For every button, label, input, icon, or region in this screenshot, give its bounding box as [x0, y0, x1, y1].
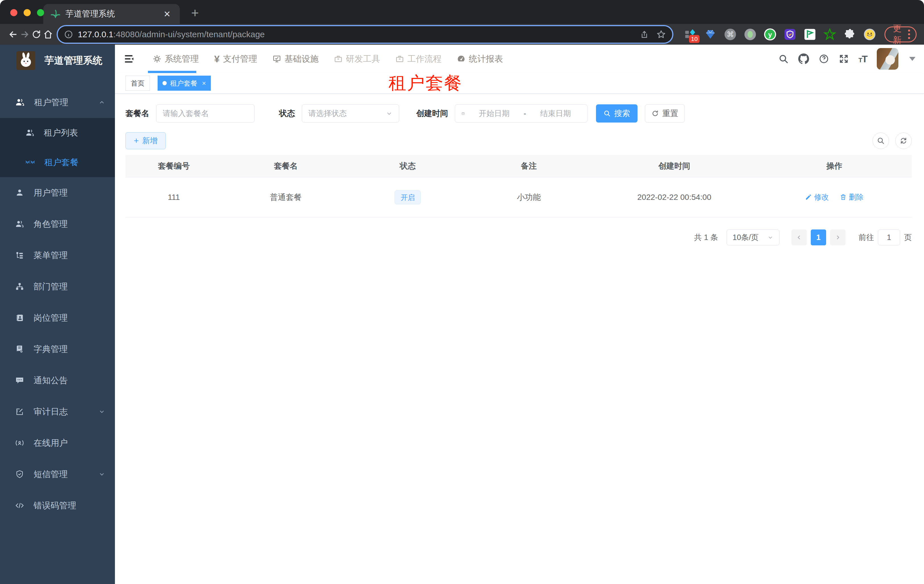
sidebar-item-sms-management[interactable]: 短信管理 — [0, 459, 115, 490]
reset-button[interactable]: 重置 — [645, 104, 685, 123]
tag-close-icon[interactable]: × — [202, 79, 206, 87]
goto-suffix: 页 — [904, 232, 912, 242]
extension-axure-icon[interactable]: 10 — [684, 28, 697, 41]
sidebar-item-dept-management[interactable]: 部门管理 — [0, 271, 115, 302]
cell-package-id: 111 — [125, 178, 222, 217]
minimize-window-button[interactable] — [24, 9, 31, 16]
package-table: 套餐编号 套餐名 状态 备注 创建时间 操作 111 普通套餐 — [125, 155, 912, 217]
top-menu-system[interactable]: 系统管理 — [145, 44, 206, 73]
top-menu-infra[interactable]: 基础设施 — [265, 44, 326, 73]
extension-gray-dot-icon[interactable] — [744, 28, 756, 41]
sidebar-item-tenant-package[interactable]: 租户套餐 — [0, 148, 115, 177]
refresh-icon — [652, 110, 659, 117]
top-menu-workflow[interactable]: 工作流程 — [388, 44, 449, 73]
github-icon[interactable] — [798, 53, 809, 64]
badge-icon — [15, 314, 24, 322]
date-range-picker[interactable]: - — [455, 104, 587, 123]
extension-shield-icon[interactable] — [784, 28, 796, 41]
tab-close-icon[interactable]: ✕ — [162, 9, 172, 19]
col-package-id: 套餐编号 — [125, 155, 222, 178]
extension-gem-icon[interactable] — [704, 28, 717, 41]
window-controls[interactable] — [10, 9, 44, 16]
browser-menu-kebab-icon[interactable] — [908, 30, 910, 39]
start-date-input[interactable] — [469, 109, 520, 118]
page-size-select[interactable]: 10条/页 — [726, 229, 779, 245]
extension-star-icon[interactable] — [823, 28, 836, 41]
forward-icon[interactable] — [19, 26, 31, 42]
fullscreen-icon[interactable] — [839, 54, 849, 64]
extension-flag-icon[interactable] — [804, 28, 816, 41]
browser-update-button[interactable]: 更新 — [884, 26, 917, 42]
delete-link[interactable]: 删除 — [840, 192, 864, 202]
reload-icon[interactable] — [31, 26, 42, 42]
sidebar-item-dict-management[interactable]: 字典管理 — [0, 334, 115, 365]
chevron-down-icon — [767, 234, 774, 240]
sidebar-item-tenant-management[interactable]: 租户管理 — [0, 87, 115, 118]
sidebar-item-post-management[interactable]: 岗位管理 — [0, 302, 115, 334]
toggle-search-button[interactable] — [873, 133, 889, 149]
active-tag-dot — [162, 81, 167, 85]
sidebar-menu: 租户管理 租户列表 租户套餐 — [0, 87, 115, 521]
back-icon[interactable] — [7, 26, 19, 42]
top-menu-dev-tools[interactable]: 研发工具 — [326, 44, 388, 73]
extension-command-icon[interactable]: ⌘ — [724, 28, 736, 41]
goto-page-input[interactable] — [878, 229, 900, 245]
sidebar: 芋道管理系统 租户管理 租户列表 租 — [0, 44, 115, 584]
prev-page-button[interactable] — [792, 229, 807, 245]
font-size-icon[interactable]: TT — [858, 53, 867, 64]
sidebar-item-role-management[interactable]: 角色管理 — [0, 209, 115, 240]
page-number-button[interactable]: 1 — [811, 229, 826, 245]
sidebar-item-audit-log[interactable]: 审计日志 — [0, 396, 115, 427]
share-icon[interactable] — [640, 30, 649, 39]
browser-tab[interactable]: 芋道管理系统 ✕ — [43, 4, 180, 24]
sidebar-item-online-users[interactable]: 在线用户 — [0, 427, 115, 459]
refresh-table-button[interactable] — [895, 133, 912, 149]
toolbox-icon — [396, 54, 404, 63]
extension-y-green-icon[interactable]: y — [764, 28, 776, 41]
search-button[interactable]: 搜索 — [596, 104, 637, 123]
sidebar-logo[interactable]: 芋道管理系统 — [0, 44, 115, 76]
total-count: 共 1 条 — [694, 232, 718, 242]
code-icon — [15, 501, 24, 510]
yen-icon: ¥ — [214, 53, 219, 64]
bookmark-star-icon[interactable] — [656, 30, 666, 39]
search-icon[interactable] — [778, 54, 789, 64]
toolbox-icon — [334, 54, 343, 63]
chevron-right-icon — [834, 234, 841, 241]
sidebar-collapse-icon[interactable] — [124, 53, 135, 65]
site-info-icon[interactable] — [64, 30, 73, 39]
sidebar-item-notice[interactable]: 通知公告 — [0, 365, 115, 396]
col-actions: 操作 — [757, 155, 912, 178]
close-window-button[interactable] — [10, 9, 17, 16]
package-name-input[interactable] — [156, 104, 255, 123]
extension-emoji-icon[interactable] — [863, 28, 876, 41]
users-icon — [15, 98, 25, 107]
calendar-icon — [462, 109, 465, 117]
help-icon[interactable] — [819, 54, 829, 64]
caret-down-icon[interactable] — [909, 57, 916, 61]
sidebar-item-error-code[interactable]: 错误码管理 — [0, 490, 115, 521]
end-date-input[interactable] — [530, 109, 581, 118]
tag-tenant-package[interactable]: 租户套餐 × — [158, 76, 211, 91]
chevron-down-icon — [99, 471, 105, 478]
monitor-check-icon — [272, 54, 281, 63]
home-icon[interactable] — [42, 26, 54, 42]
url-bar[interactable]: 127.0.0.1:48080/admin-ui/system/tenant/p… — [58, 26, 672, 43]
new-tab-button[interactable]: + — [191, 5, 199, 20]
sidebar-item-user-management[interactable]: 用户管理 — [0, 177, 115, 209]
top-menu-payment[interactable]: ¥ 支付管理 — [206, 44, 265, 73]
maximize-window-button[interactable] — [37, 9, 44, 16]
sidebar-item-tenant-list[interactable]: 租户列表 — [0, 118, 115, 148]
screen: 芋道管理系统 ✕ + 127.0.0.1:48080/admin- — [0, 0, 924, 584]
status-select[interactable]: 请选择状态 — [302, 104, 399, 123]
edit-link[interactable]: 修改 — [805, 192, 829, 202]
user-avatar[interactable] — [877, 48, 898, 70]
trash-icon — [840, 194, 846, 201]
extensions-area: 10 ⌘ y — [684, 28, 876, 41]
add-button[interactable]: + 新增 — [125, 132, 166, 149]
extension-puzzle-icon[interactable] — [843, 28, 856, 41]
sidebar-item-menu-management[interactable]: 菜单管理 — [0, 240, 115, 271]
top-menu-report[interactable]: 统计报表 — [449, 44, 511, 73]
tag-home[interactable]: 首页 — [125, 76, 150, 91]
next-page-button[interactable] — [830, 229, 845, 245]
